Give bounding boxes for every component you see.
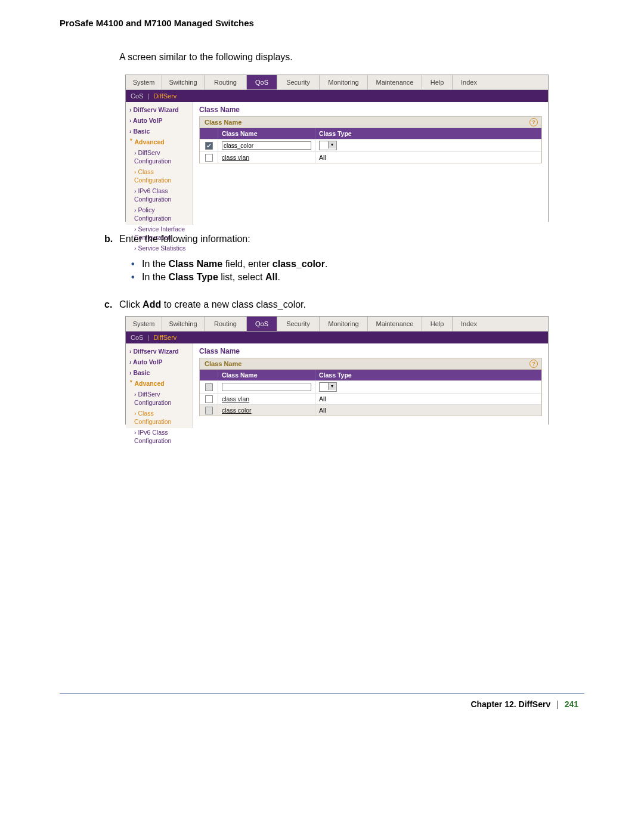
footer-page: 241 [565, 699, 578, 709]
panel-subtitle: Class Name ? [199, 116, 542, 128]
subtab-diffserv[interactable]: DiffServ [153, 92, 177, 100]
sub-tab-bar: CoS | DiffServ [126, 90, 548, 102]
tab-monitoring[interactable]: Monitoring [320, 75, 368, 89]
sidebar-item[interactable]: Class Configuration [126, 166, 193, 185]
footer: Chapter 12. DiffServ | 241 [0, 693, 644, 709]
tab-qos[interactable]: QoS [247, 75, 277, 89]
col-name-header: Class Name [218, 370, 315, 380]
sidebar-item[interactable]: Advanced [126, 137, 193, 147]
sidebar-item[interactable]: Basic [126, 126, 193, 137]
sidebar-item[interactable]: Diffserv Wizard [126, 346, 193, 357]
tab-bar: System Switching Routing QoS Security Mo… [126, 317, 548, 332]
help-icon[interactable]: ? [530, 118, 538, 126]
help-icon[interactable]: ? [530, 360, 538, 368]
sidebar-item[interactable]: DiffServ Configuration [126, 147, 193, 166]
sidebar: Diffserv Wizard Auto VoIP Basic Advanced… [126, 102, 193, 225]
grid-data-row: class color All [200, 404, 541, 416]
panel-title: Class Name [199, 347, 542, 358]
sidebar-item[interactable]: Auto VoIP [126, 357, 193, 367]
col-check-header [200, 370, 218, 380]
tab-index[interactable]: Index [453, 75, 485, 89]
intro-text: A screen similar to the following displa… [60, 52, 549, 69]
tab-security[interactable]: Security [277, 75, 320, 89]
tab-switching[interactable]: Switching [162, 317, 205, 331]
panel-subtitle: Class Name ? [199, 358, 542, 370]
class-name-cell[interactable]: class vlan [218, 152, 315, 163]
row-checkbox[interactable] [205, 383, 213, 391]
tab-system[interactable]: System [126, 317, 162, 331]
footer-chapter: Chapter 12. DiffServ [470, 699, 550, 709]
grid-data-row: class vlan All [200, 151, 541, 163]
subtab-cos[interactable]: CoS [131, 334, 143, 341]
tab-switching[interactable]: Switching [162, 75, 205, 89]
class-name-cell[interactable]: class vlan [218, 394, 315, 404]
subtab-diffserv[interactable]: DiffServ [153, 334, 177, 341]
tab-maintenance[interactable]: Maintenance [368, 317, 422, 331]
subtab-cos[interactable]: CoS [131, 92, 143, 100]
main-panel: Class Name Class Name ? Class Name Class… [193, 102, 548, 225]
tab-help[interactable]: Help [422, 317, 453, 331]
screenshot-2: System Switching Routing QoS Security Mo… [125, 316, 549, 425]
row-checkbox[interactable] [205, 395, 213, 403]
sidebar-item[interactable]: Diffserv Wizard [126, 104, 193, 115]
tab-routing[interactable]: Routing [205, 75, 247, 89]
grid-input-row [200, 380, 541, 393]
step-b-text: Enter the following information: [119, 234, 250, 244]
step-c: c.Click Add to create a new class class_… [60, 293, 549, 310]
panel-subtitle-text: Class Name [205, 119, 242, 126]
footer-sep: | [553, 699, 562, 709]
main-panel: Class Name Class Name ? Class Name Class… [193, 343, 548, 428]
class-type-cell: All [315, 405, 541, 416]
col-type-header: Class Type [315, 128, 541, 139]
doc-header: ProSafe M4100 and M7100 Managed Switches [0, 18, 644, 34]
col-check-header [200, 128, 218, 139]
class-type-select[interactable] [319, 141, 337, 150]
class-grid: Class Name Class Type class vlan All [199, 370, 542, 416]
tab-index[interactable]: Index [453, 317, 485, 331]
sidebar-item[interactable]: Auto VoIP [126, 115, 193, 126]
class-type-cell: All [315, 152, 541, 163]
row-checkbox[interactable] [205, 154, 213, 162]
step-b-label: b. [104, 234, 119, 244]
row-checkbox[interactable] [205, 142, 213, 150]
class-type-cell: All [315, 394, 541, 404]
row-checkbox[interactable] [205, 407, 213, 414]
grid-data-row: class vlan All [200, 393, 541, 404]
tab-help[interactable]: Help [422, 75, 453, 89]
tab-maintenance[interactable]: Maintenance [368, 75, 422, 89]
sidebar-item[interactable]: Policy Configuration [126, 205, 193, 224]
class-name-input[interactable] [222, 383, 311, 391]
sidebar-item[interactable]: DiffServ Configuration [126, 389, 193, 408]
sub-tab-bar: CoS | DiffServ [126, 332, 548, 343]
sidebar-item[interactable]: Class Configuration [126, 408, 193, 427]
class-name-cell[interactable]: class color [218, 405, 315, 416]
panel-subtitle-text: Class Name [205, 360, 242, 367]
sidebar-item[interactable]: IPv6 Class Configuration [126, 427, 193, 446]
col-name-header: Class Name [218, 128, 315, 139]
grid-input-row [200, 139, 541, 151]
sidebar: Diffserv Wizard Auto VoIP Basic Advanced… [126, 343, 193, 428]
tab-routing[interactable]: Routing [205, 317, 247, 331]
bullet-1: In the Class Name field, enter class_col… [131, 258, 549, 271]
class-name-input[interactable] [222, 141, 311, 150]
tab-qos[interactable]: QoS [247, 317, 277, 331]
panel-title: Class Name [199, 106, 542, 116]
tab-system[interactable]: System [126, 75, 162, 89]
class-grid: Class Name Class Type class vlan All [199, 128, 542, 163]
bullet-2: In the Class Type list, select All. [131, 271, 549, 284]
step-b-bullets: In the Class Name field, enter class_col… [60, 254, 549, 284]
tab-security[interactable]: Security [277, 317, 320, 331]
sidebar-item[interactable]: Basic [126, 367, 193, 378]
class-type-select[interactable] [319, 382, 337, 392]
sidebar-item[interactable]: Advanced [126, 378, 193, 389]
col-type-header: Class Type [315, 370, 541, 380]
tab-bar: System Switching Routing QoS Security Mo… [126, 75, 548, 90]
tab-monitoring[interactable]: Monitoring [320, 317, 368, 331]
subtab-sep: | [145, 92, 151, 100]
subtab-sep: | [145, 334, 151, 341]
screenshot-1: System Switching Routing QoS Security Mo… [125, 75, 549, 222]
sidebar-item[interactable]: IPv6 Class Configuration [126, 185, 193, 205]
step-c-label: c. [104, 299, 119, 310]
